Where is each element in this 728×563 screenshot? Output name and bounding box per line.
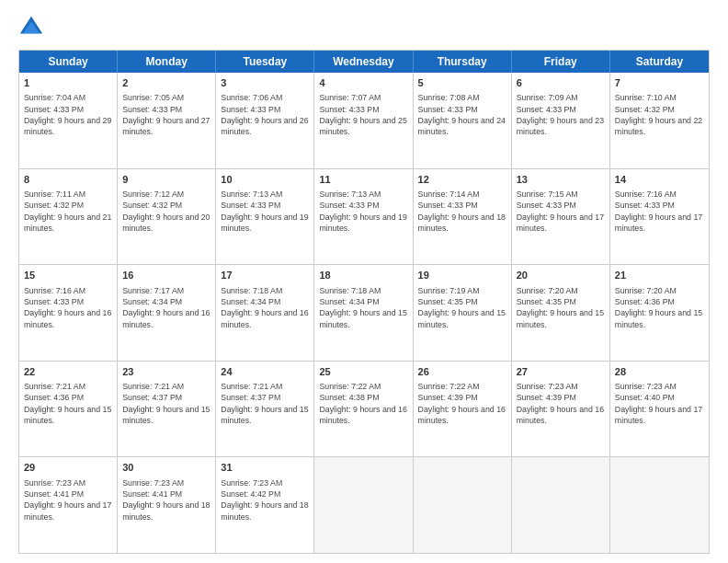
daylight-info: Daylight: 9 hours and 16 minutes. xyxy=(24,307,112,330)
sunset-info: Sunset: 4:33 PM xyxy=(122,104,210,115)
calendar-cell: 9 Sunrise: 7:12 AM Sunset: 4:32 PM Dayli… xyxy=(118,169,216,265)
calendar-cell: 24 Sunrise: 7:21 AM Sunset: 4:37 PM Dayl… xyxy=(216,362,314,457)
sunset-info: Sunset: 4:35 PM xyxy=(418,296,506,307)
weekday-header: Wednesday xyxy=(314,51,413,73)
calendar-cell: 11 Sunrise: 7:13 AM Sunset: 4:33 PM Dayl… xyxy=(314,169,413,265)
calendar-cell xyxy=(314,457,413,553)
calendar-cell: 4 Sunrise: 7:07 AM Sunset: 4:33 PM Dayli… xyxy=(314,73,413,168)
calendar-cell: 12 Sunrise: 7:14 AM Sunset: 4:33 PM Dayl… xyxy=(414,169,512,265)
daylight-info: Daylight: 9 hours and 15 minutes. xyxy=(319,307,407,330)
sunset-info: Sunset: 4:33 PM xyxy=(24,296,112,307)
sunset-info: Sunset: 4:38 PM xyxy=(319,392,407,403)
sunrise-info: Sunrise: 7:22 AM xyxy=(319,381,407,392)
daylight-info: Daylight: 9 hours and 16 minutes. xyxy=(122,307,210,330)
sunset-info: Sunset: 4:32 PM xyxy=(24,200,112,211)
day-number: 17 xyxy=(221,269,309,282)
sunrise-info: Sunrise: 7:19 AM xyxy=(418,285,506,296)
sunset-info: Sunset: 4:42 PM xyxy=(221,488,309,500)
day-number: 19 xyxy=(418,269,506,282)
day-number: 30 xyxy=(122,461,210,475)
calendar-row: 15 Sunrise: 7:16 AM Sunset: 4:33 PM Dayl… xyxy=(19,265,709,362)
sunrise-info: Sunrise: 7:21 AM xyxy=(122,381,210,392)
logo xyxy=(18,15,48,40)
sunrise-info: Sunrise: 7:16 AM xyxy=(615,189,704,200)
daylight-info: Daylight: 9 hours and 16 minutes. xyxy=(221,307,309,330)
sunset-info: Sunset: 4:33 PM xyxy=(319,104,407,115)
header xyxy=(18,15,710,40)
day-number: 13 xyxy=(517,173,605,187)
sunset-info: Sunset: 4:33 PM xyxy=(221,104,309,115)
sunset-info: Sunset: 4:39 PM xyxy=(517,392,605,403)
sunrise-info: Sunrise: 7:12 AM xyxy=(122,189,210,200)
calendar-cell: 10 Sunrise: 7:13 AM Sunset: 4:33 PM Dayl… xyxy=(216,169,314,265)
day-number: 4 xyxy=(319,76,407,90)
calendar-cell: 6 Sunrise: 7:09 AM Sunset: 4:33 PM Dayli… xyxy=(512,73,610,168)
sunrise-info: Sunrise: 7:13 AM xyxy=(319,189,407,200)
calendar-cell: 7 Sunrise: 7:10 AM Sunset: 4:32 PM Dayli… xyxy=(610,73,709,168)
calendar-cell: 15 Sunrise: 7:16 AM Sunset: 4:33 PM Dayl… xyxy=(19,265,118,361)
day-number: 31 xyxy=(221,461,309,475)
weekday-header: Monday xyxy=(118,51,216,73)
calendar-cell: 26 Sunrise: 7:22 AM Sunset: 4:39 PM Dayl… xyxy=(414,362,512,457)
sunrise-info: Sunrise: 7:23 AM xyxy=(221,477,309,488)
sunset-info: Sunset: 4:36 PM xyxy=(24,392,112,403)
sunrise-info: Sunrise: 7:13 AM xyxy=(221,189,309,200)
sunrise-info: Sunrise: 7:10 AM xyxy=(615,92,704,103)
calendar-row: 22 Sunrise: 7:21 AM Sunset: 4:36 PM Dayl… xyxy=(19,362,709,458)
sunset-info: Sunset: 4:32 PM xyxy=(615,104,704,115)
sunset-info: Sunset: 4:33 PM xyxy=(24,104,112,115)
weekday-header: Sunday xyxy=(19,51,118,73)
calendar-cell: 29 Sunrise: 7:23 AM Sunset: 4:41 PM Dayl… xyxy=(19,457,118,553)
daylight-info: Daylight: 9 hours and 23 minutes. xyxy=(517,115,605,138)
daylight-info: Daylight: 9 hours and 15 minutes. xyxy=(221,404,309,427)
calendar: SundayMondayTuesdayWednesdayThursdayFrid… xyxy=(18,50,710,554)
calendar-cell: 22 Sunrise: 7:21 AM Sunset: 4:36 PM Dayl… xyxy=(19,362,118,457)
sunrise-info: Sunrise: 7:15 AM xyxy=(517,189,605,200)
daylight-info: Daylight: 9 hours and 18 minutes. xyxy=(221,500,309,523)
calendar-cell: 28 Sunrise: 7:23 AM Sunset: 4:40 PM Dayl… xyxy=(610,362,709,457)
sunrise-info: Sunrise: 7:18 AM xyxy=(319,285,407,296)
sunrise-info: Sunrise: 7:23 AM xyxy=(517,381,605,392)
sunrise-info: Sunrise: 7:18 AM xyxy=(221,285,309,296)
logo-icon xyxy=(18,15,44,40)
sunset-info: Sunset: 4:35 PM xyxy=(517,296,605,307)
calendar-cell xyxy=(610,457,709,553)
calendar-cell: 8 Sunrise: 7:11 AM Sunset: 4:32 PM Dayli… xyxy=(19,169,118,265)
calendar-cell: 30 Sunrise: 7:23 AM Sunset: 4:41 PM Dayl… xyxy=(118,457,216,553)
day-number: 18 xyxy=(319,269,407,282)
daylight-info: Daylight: 9 hours and 18 minutes. xyxy=(418,212,506,235)
sunrise-info: Sunrise: 7:04 AM xyxy=(24,92,112,103)
calendar-row: 1 Sunrise: 7:04 AM Sunset: 4:33 PM Dayli… xyxy=(19,73,709,169)
calendar-cell: 1 Sunrise: 7:04 AM Sunset: 4:33 PM Dayli… xyxy=(19,73,118,168)
calendar-cell: 5 Sunrise: 7:08 AM Sunset: 4:33 PM Dayli… xyxy=(414,73,512,168)
calendar-cell: 2 Sunrise: 7:05 AM Sunset: 4:33 PM Dayli… xyxy=(118,73,216,168)
sunrise-info: Sunrise: 7:21 AM xyxy=(221,381,309,392)
sunset-info: Sunset: 4:41 PM xyxy=(24,488,112,500)
calendar-cell: 17 Sunrise: 7:18 AM Sunset: 4:34 PM Dayl… xyxy=(216,265,314,361)
sunrise-info: Sunrise: 7:14 AM xyxy=(418,189,506,200)
day-number: 24 xyxy=(221,365,309,379)
weekday-header: Friday xyxy=(512,51,610,73)
calendar-cell xyxy=(512,457,610,553)
page: SundayMondayTuesdayWednesdayThursdayFrid… xyxy=(0,0,728,563)
sunset-info: Sunset: 4:34 PM xyxy=(319,296,407,307)
day-number: 5 xyxy=(418,76,506,90)
day-number: 2 xyxy=(122,76,210,90)
daylight-info: Daylight: 9 hours and 29 minutes. xyxy=(24,115,112,138)
daylight-info: Daylight: 9 hours and 16 minutes. xyxy=(517,404,605,427)
day-number: 11 xyxy=(319,173,407,187)
sunrise-info: Sunrise: 7:22 AM xyxy=(418,381,506,392)
calendar-header: SundayMondayTuesdayWednesdayThursdayFrid… xyxy=(19,51,709,73)
sunset-info: Sunset: 4:33 PM xyxy=(418,104,506,115)
day-number: 21 xyxy=(615,269,704,282)
calendar-row: 29 Sunrise: 7:23 AM Sunset: 4:41 PM Dayl… xyxy=(19,457,709,553)
sunset-info: Sunset: 4:37 PM xyxy=(122,392,210,403)
calendar-cell: 19 Sunrise: 7:19 AM Sunset: 4:35 PM Dayl… xyxy=(414,265,512,361)
calendar-cell xyxy=(414,457,512,553)
daylight-info: Daylight: 9 hours and 22 minutes. xyxy=(615,115,704,138)
daylight-info: Daylight: 9 hours and 19 minutes. xyxy=(221,212,309,235)
day-number: 6 xyxy=(517,76,605,90)
sunset-info: Sunset: 4:33 PM xyxy=(418,200,506,211)
daylight-info: Daylight: 9 hours and 27 minutes. xyxy=(122,115,210,138)
calendar-body: 1 Sunrise: 7:04 AM Sunset: 4:33 PM Dayli… xyxy=(19,73,709,553)
